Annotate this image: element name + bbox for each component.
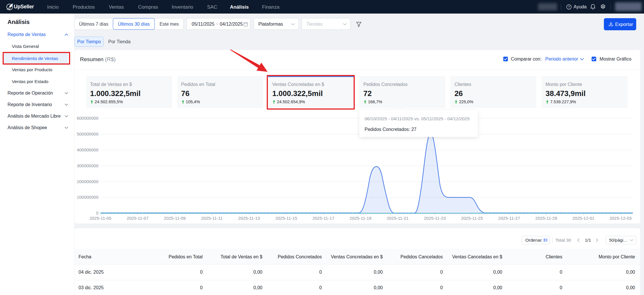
svg-text:500000000: 500000000 xyxy=(77,131,98,136)
svg-text:200000000: 200000000 xyxy=(77,179,98,184)
svg-text:2025-11-15: 2025-11-15 xyxy=(275,216,297,221)
svg-text:2025-11-25: 2025-11-25 xyxy=(461,216,483,221)
svg-text:2025-11-27: 2025-11-27 xyxy=(498,216,520,221)
svg-text:2025-11-09: 2025-11-09 xyxy=(164,216,186,221)
svg-text:100000000: 100000000 xyxy=(77,195,98,200)
svg-text:0: 0 xyxy=(96,211,98,215)
svg-text:2025-12-01: 2025-12-01 xyxy=(572,216,595,221)
svg-text:2025-11-21: 2025-11-21 xyxy=(387,216,409,221)
svg-text:2025-12-03: 2025-12-03 xyxy=(609,216,632,221)
svg-text:2025-11-13: 2025-11-13 xyxy=(238,216,260,221)
svg-text:2025-11-05: 2025-11-05 xyxy=(89,216,111,221)
svg-text:2025-11-17: 2025-11-17 xyxy=(312,216,334,221)
svg-text:400000000: 400000000 xyxy=(77,147,98,152)
svg-text:2025-11-23: 2025-11-23 xyxy=(424,216,446,221)
svg-text:2025-11-29: 2025-11-29 xyxy=(535,216,557,221)
svg-text:2025-11-11: 2025-11-11 xyxy=(201,216,223,221)
svg-text:300000000: 300000000 xyxy=(77,163,98,168)
svg-text:2025-11-19: 2025-11-19 xyxy=(350,216,372,221)
svg-text:2025-11-07: 2025-11-07 xyxy=(127,216,149,221)
svg-text:600000000: 600000000 xyxy=(77,116,98,121)
